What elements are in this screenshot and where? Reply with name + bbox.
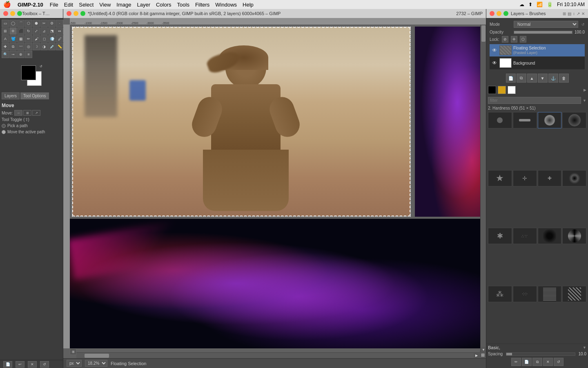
- mode-select[interactable]: Normal: [514, 21, 578, 28]
- brush-hardness-075[interactable]: [562, 112, 586, 128]
- panel-ctrl-5[interactable]: ✕: [581, 11, 585, 16]
- basic-expand-icon[interactable]: ▼: [583, 346, 586, 350]
- menu-image[interactable]: Image: [116, 2, 131, 8]
- tool-convolve[interactable]: ◎: [25, 43, 32, 50]
- right-minimize-btn[interactable]: [497, 11, 501, 16]
- move-option-3[interactable]: ↗: [32, 110, 40, 116]
- delete-layer-btn[interactable]: 🗑: [559, 74, 569, 83]
- panel-ctrl-1[interactable]: ⊞: [563, 11, 566, 16]
- tool-free-select[interactable]: ⌒: [17, 20, 24, 27]
- brush-splat-1[interactable]: ✱: [488, 228, 512, 244]
- brush-soft-round[interactable]: [562, 170, 586, 186]
- tool-bucket-fill[interactable]: 🪣: [9, 35, 17, 43]
- menu-colors[interactable]: Colors: [156, 2, 172, 8]
- opacity-slider[interactable]: [514, 31, 573, 34]
- filter-expand-icon[interactable]: ▼: [583, 99, 586, 103]
- tool-flip[interactable]: ⇔: [56, 27, 63, 35]
- menu-tools[interactable]: Tools: [177, 2, 189, 8]
- brush-scatter-1[interactable]: ∴∵: [513, 228, 537, 244]
- tool-extra2[interactable]: ≡: [25, 51, 32, 58]
- tool-color-picker[interactable]: 💉: [48, 43, 56, 50]
- lock-pixels-btn[interactable]: ⊘: [502, 36, 508, 43]
- panel-ctrl-4[interactable]: ↗: [577, 11, 580, 16]
- menu-windows[interactable]: Windows: [215, 2, 237, 8]
- tool-select-by-color[interactable]: ⬢: [33, 20, 40, 27]
- canvas-container[interactable]: -500 -1000 -1500 -2000 -2500 -3000 -3500: [63, 18, 486, 358]
- menu-help[interactable]: Help: [243, 2, 254, 8]
- scrollbar-thumb-v[interactable]: [481, 25, 486, 42]
- brush-stripe-1[interactable]: [538, 286, 562, 302]
- menu-filters[interactable]: Filters: [195, 2, 209, 8]
- right-maximize-btn[interactable]: [503, 11, 508, 16]
- scroll-down-btn[interactable]: ▼: [481, 347, 486, 352]
- tool-text[interactable]: A: [2, 35, 9, 43]
- move-option-1[interactable]: ↔: [14, 110, 22, 116]
- spacing-slider[interactable]: [506, 352, 575, 356]
- menu-layer[interactable]: Layer: [137, 2, 150, 8]
- vertical-scrollbar[interactable]: ▼: [480, 25, 486, 352]
- scrollbar-thumb-h[interactable]: [85, 354, 109, 358]
- tool-foreground-select[interactable]: ⚙: [48, 20, 56, 27]
- brush-texture-2[interactable]: ·:·:·: [513, 286, 537, 302]
- scroll-corner-right[interactable]: ⊞: [479, 352, 486, 358]
- tool-rotate[interactable]: ↻: [25, 27, 32, 35]
- tool-rect-select[interactable]: ▭: [2, 20, 9, 27]
- layer-up-btn[interactable]: ▲: [527, 74, 537, 83]
- zoom-level-select[interactable]: 18.2%: [85, 360, 107, 367]
- brush-new-btn[interactable]: 📄: [522, 358, 532, 366]
- refresh-btn[interactable]: ↺: [40, 361, 49, 368]
- layer-item-floating[interactable]: 👁 Floating Selection(Pasted Layer): [490, 44, 585, 57]
- new-layer-btn[interactable]: 📄: [506, 74, 516, 83]
- canvas-inner[interactable]: [70, 25, 486, 348]
- menu-select[interactable]: Select: [79, 2, 94, 8]
- panel-ctrl-3[interactable]: ↕: [573, 11, 575, 16]
- brush-texture-1[interactable]: ⁂: [488, 286, 512, 302]
- tool-ellipse-select[interactable]: ◯: [9, 20, 17, 27]
- reset-colors-icon[interactable]: ↺: [40, 65, 42, 68]
- tool-scale[interactable]: ⤢: [33, 27, 40, 35]
- brush-star[interactable]: ★: [488, 170, 512, 186]
- swatch-black[interactable]: [488, 86, 496, 94]
- brush-hardness-010[interactable]: [488, 112, 512, 128]
- foreground-color-box[interactable]: [21, 65, 36, 80]
- undo-btn[interactable]: ↩: [16, 361, 24, 368]
- move-path-radio[interactable]: [2, 130, 6, 134]
- toolbox-close-btn[interactable]: [3, 11, 8, 16]
- new-document-btn[interactable]: 📄: [3, 361, 12, 368]
- tool-fuzzy-select[interactable]: ⬡: [25, 20, 32, 27]
- brush-stripe-2[interactable]: [562, 286, 586, 302]
- tool-clone[interactable]: ⧉: [9, 43, 17, 50]
- layer-down-btn[interactable]: ▼: [538, 74, 548, 83]
- apple-menu[interactable]: 🍎: [3, 1, 11, 8]
- tool-paintbrush[interactable]: 🖌: [33, 35, 40, 43]
- tool-airbrush[interactable]: 💨: [48, 35, 56, 43]
- tool-ink[interactable]: 🖊: [56, 35, 63, 43]
- anchor-layer-btn[interactable]: ⚓: [548, 74, 558, 83]
- brush-grunge-1[interactable]: [538, 228, 562, 244]
- brush-grunge-2[interactable]: [562, 228, 586, 244]
- mode-reset-icon[interactable]: ↺: [581, 22, 585, 27]
- copy-layer-btn[interactable]: ⧉: [517, 74, 526, 83]
- tool-blend[interactable]: ▦: [17, 35, 24, 43]
- swatch-gold[interactable]: [498, 86, 506, 94]
- brush-hardness-025[interactable]: [513, 112, 537, 128]
- brush-refresh-btn[interactable]: ↺: [554, 358, 564, 366]
- tool-extra1[interactable]: ⊕: [17, 51, 24, 58]
- tool-heal[interactable]: ✚: [2, 43, 9, 50]
- panel-ctrl-2[interactable]: ▤: [568, 11, 571, 16]
- canvas-close-btn[interactable]: [67, 11, 71, 16]
- pick-path-radio[interactable]: [2, 124, 6, 128]
- clear-btn[interactable]: ✕: [28, 361, 37, 368]
- tool-shear[interactable]: ⊿: [40, 27, 48, 35]
- tool-pencil[interactable]: ✏: [25, 35, 32, 43]
- tool-eraser[interactable]: ◻: [40, 35, 48, 43]
- brush-filter-input[interactable]: [488, 97, 581, 104]
- scroll-corner[interactable]: ⊞: [70, 348, 76, 355]
- brush-hardness-050[interactable]: [538, 112, 562, 128]
- menu-view[interactable]: View: [99, 2, 111, 8]
- tool-smudge[interactable]: 〰: [17, 43, 24, 50]
- layer-item-background[interactable]: 👁 Background: [490, 57, 585, 70]
- canvas-maximize-btn[interactable]: [80, 11, 85, 16]
- tool-zoom[interactable]: 🔍: [2, 51, 9, 58]
- menu-file[interactable]: File: [50, 2, 58, 8]
